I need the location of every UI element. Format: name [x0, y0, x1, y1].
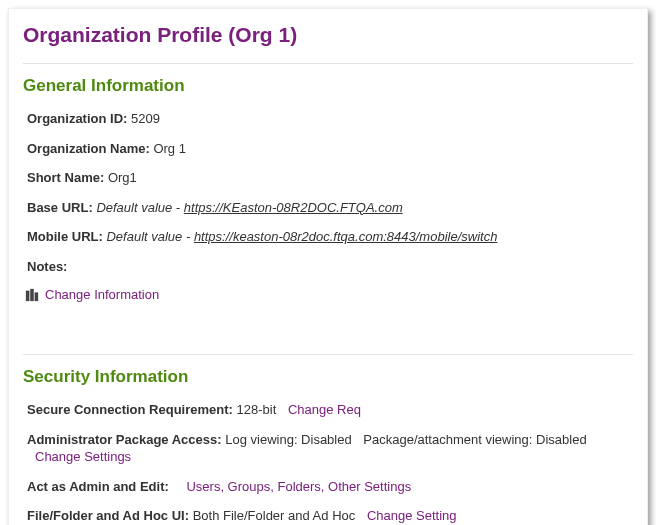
building-icon [25, 288, 39, 302]
page-title: Organization Profile (Org 1) [23, 23, 633, 47]
row-org-name: Organization Name: Org 1 [27, 140, 633, 158]
label-org-id: Organization ID: [27, 111, 127, 126]
value-secure-conn: 128-bit [237, 402, 277, 417]
label-secure-conn: Secure Connection Requirement: [27, 402, 233, 417]
link-change-req[interactable]: Change Req [288, 402, 361, 417]
value-admin-pkg-a: Log viewing: Disabled [225, 432, 351, 447]
divider-security [23, 354, 633, 355]
label-mobile-url: Mobile URL: [27, 229, 103, 244]
value-org-name: Org 1 [153, 141, 186, 156]
link-change-settings[interactable]: Change Settings [35, 449, 131, 464]
row-org-id: Organization ID: 5209 [27, 110, 633, 128]
value-base-url-prefix: Default value - [96, 200, 183, 215]
link-change-setting-ff[interactable]: Change Setting [367, 508, 457, 523]
divider-general [23, 63, 633, 64]
row-secure-conn: Secure Connection Requirement: 128-bit C… [27, 401, 633, 419]
row-base-url: Base URL: Default value - https://KEasto… [27, 199, 633, 217]
row-admin-pkg: Administrator Package Access: Log viewin… [27, 431, 633, 466]
label-org-name: Organization Name: [27, 141, 150, 156]
row-mobile-url: Mobile URL: Default value - https://keas… [27, 228, 633, 246]
label-base-url: Base URL: [27, 200, 93, 215]
value-admin-pkg-b: Package/attachment viewing: Disabled [363, 432, 586, 447]
row-notes: Notes: [27, 258, 633, 276]
row-change-info: Change Information [25, 287, 633, 302]
value-org-id: 5209 [131, 111, 160, 126]
svg-rect-2 [35, 292, 39, 301]
section-heading-security: Security Information [23, 367, 633, 387]
label-ff-adhoc: File/Folder and Ad Hoc UI: [27, 508, 189, 523]
value-short-name: Org1 [108, 170, 137, 185]
value-ff-adhoc: Both File/Folder and Ad Hoc [193, 508, 356, 523]
label-short-name: Short Name: [27, 170, 104, 185]
label-act-as-admin: Act as Admin and Edit: [27, 479, 169, 494]
link-change-information[interactable]: Change Information [45, 287, 159, 302]
link-mobile-url[interactable]: https://keaston-08r2doc.ftqa.com:8443/mo… [194, 229, 498, 244]
row-ff-adhoc: File/Folder and Ad Hoc UI: Both File/Fol… [27, 507, 633, 525]
value-mobile-url-prefix: Default value - [106, 229, 193, 244]
section-heading-general: General Information [23, 76, 633, 96]
link-base-url[interactable]: https://KEaston-08R2DOC.FTQA.com [184, 200, 403, 215]
org-profile-card: Organization Profile (Org 1) General Inf… [8, 8, 648, 525]
link-users-groups-folders-other[interactable]: Users, Groups, Folders, Other Settings [186, 479, 411, 494]
svg-rect-1 [30, 289, 34, 301]
label-admin-pkg: Administrator Package Access: [27, 432, 222, 447]
row-short-name: Short Name: Org1 [27, 169, 633, 187]
label-notes: Notes: [27, 259, 67, 274]
row-act-as-admin: Act as Admin and Edit: Users, Groups, Fo… [27, 478, 633, 496]
svg-rect-0 [26, 290, 30, 301]
